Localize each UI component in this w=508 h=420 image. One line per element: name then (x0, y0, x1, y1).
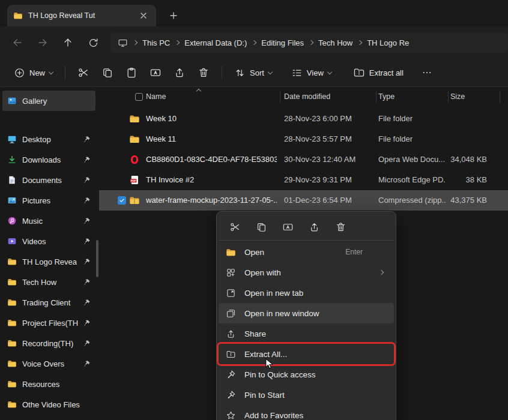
menu-item-open-in-new-tab[interactable]: Open in new tab (219, 283, 394, 303)
sidebar-scrollbar[interactable] (96, 240, 98, 277)
file-row-opera-document[interactable]: CB8860D1-083C-4DE0-AF78-E53803F... 30-No… (99, 149, 508, 170)
breadcrumb-tech-how[interactable]: Tech How (318, 38, 352, 47)
sidebar-item-documents[interactable]: Documents (2, 170, 95, 190)
menu-item-label: Open with (244, 268, 281, 277)
file-name: Week 10 (146, 114, 177, 123)
column-divider[interactable] (500, 91, 500, 103)
menu-item-extract-all[interactable]: Extract All... (219, 344, 394, 364)
menu-item-add-to-favorites[interactable]: Add to Favorites (219, 405, 394, 420)
menu-item-label: Pin to Start (244, 391, 285, 400)
folder-icon (7, 379, 17, 389)
new-button[interactable]: New (8, 63, 58, 83)
sidebar-item-videos[interactable]: Videos (2, 231, 95, 251)
share-button[interactable] (168, 62, 191, 83)
trash-icon (198, 67, 210, 79)
sidebar-item-downloads[interactable]: Downloads (2, 149, 95, 170)
column-header-type[interactable]: Type (378, 92, 395, 101)
sidebar-item-label: Pictures (22, 196, 78, 205)
menu-item-share[interactable]: Share (219, 323, 394, 344)
cut-icon[interactable] (228, 220, 241, 233)
pin-icon (83, 258, 91, 265)
cut-icon (77, 67, 89, 79)
pin-icon (83, 136, 91, 143)
navigation-bar: This PC External Data (D:) Editing Files… (0, 26, 508, 59)
delete-button[interactable] (192, 62, 215, 83)
sidebar-item-label: Recording(TH) (22, 339, 78, 348)
file-size: 38 KB (433, 175, 487, 184)
file-list-header: Name Date modified Type Size (99, 87, 508, 107)
cut-button[interactable] (72, 62, 95, 83)
breadcrumb-editing-files[interactable]: Editing Files (261, 38, 304, 47)
sidebar-item-other-video-files[interactable]: Othe Video Files (2, 394, 95, 415)
folder-icon (7, 318, 17, 328)
extract-all-button[interactable]: Extract all (348, 62, 409, 83)
select-all-checkbox[interactable] (135, 93, 143, 101)
menu-item-open[interactable]: Open Enter (219, 242, 394, 262)
title-bar: TH Logo Reveal Tut (0, 0, 508, 26)
sidebar-item-recording[interactable]: Recording(TH) (2, 333, 95, 353)
trash-icon[interactable] (334, 220, 347, 233)
copy-icon[interactable] (255, 220, 268, 233)
column-header-date[interactable]: Date modified (284, 92, 330, 101)
file-row-week-11[interactable]: Week 11 28-Nov-23 5:57 PM File folder (99, 129, 508, 149)
breadcrumb-th-logo[interactable]: TH Logo Re (367, 38, 409, 47)
breadcrumb-external-data[interactable]: External Data (D:) (184, 38, 247, 47)
back-button[interactable] (7, 32, 28, 53)
sidebar-item-tech-how[interactable]: Tech How (2, 272, 95, 292)
sidebar-item-desktop[interactable]: Desktop (2, 129, 95, 149)
extract-zip-icon (353, 67, 365, 79)
menu-item-label: Add to Favorites (244, 411, 303, 420)
sidebar-item-pictures[interactable]: Pictures (2, 190, 95, 211)
menu-item-pin-to-start[interactable]: Pin to Start (219, 385, 394, 405)
tab-close-icon[interactable] (137, 9, 150, 22)
breadcrumb-this-pc[interactable]: This PC (142, 38, 170, 47)
menu-item-pin-to-quick-access[interactable]: Pin to Quick access (219, 364, 394, 385)
address-bar[interactable]: This PC External Data (D:) Editing Files… (110, 32, 508, 53)
sidebar-item-voice-overs[interactable]: Voice Overs (2, 353, 95, 374)
view-button[interactable]: View (286, 63, 337, 83)
sidebar-item-music[interactable]: Music (2, 211, 95, 231)
copy-button[interactable] (96, 62, 119, 83)
column-divider[interactable] (448, 91, 449, 103)
folder-icon (129, 134, 140, 145)
file-row-th-invoice[interactable]: PDF TH Invoice #2 29-Nov-23 9:31 PM Micr… (99, 170, 508, 190)
more-options-button[interactable] (416, 63, 438, 82)
new-window-icon (225, 308, 237, 319)
opera-icon (129, 154, 140, 165)
sidebar: Gallery Desktop Downloads Documents (0, 87, 99, 420)
music-icon (7, 216, 17, 226)
column-divider[interactable] (376, 91, 376, 103)
pin-icon (83, 278, 91, 286)
column-divider[interactable] (280, 91, 280, 103)
sidebar-item-trading-client[interactable]: Trading Client (2, 292, 95, 313)
share-icon[interactable] (307, 220, 321, 233)
up-button[interactable] (58, 32, 78, 53)
sidebar-item-label: Desktop (22, 135, 78, 144)
new-tab-button[interactable] (167, 9, 180, 22)
context-menu-quick-actions (219, 214, 394, 241)
file-name: Week 11 (146, 134, 176, 143)
sidebar-item-gallery[interactable]: Gallery (2, 91, 95, 111)
refresh-button[interactable] (83, 32, 103, 53)
file-row-water-frame-mockup[interactable]: water-frame-mockup-2023-11-27-05-... 01-… (99, 190, 508, 211)
sidebar-item-th-logo-reveal[interactable]: TH Logo Revea (2, 251, 95, 272)
folder-icon (129, 113, 140, 124)
mouse-cursor (264, 358, 274, 370)
view-icon (291, 67, 303, 79)
rename-icon[interactable] (281, 220, 294, 233)
window-tab[interactable]: TH Logo Reveal Tut (7, 5, 156, 26)
sidebar-item-project-files[interactable]: Project Files(TH (2, 313, 95, 333)
forward-button[interactable] (32, 32, 53, 53)
context-menu: Open Enter Open with Open in new tab Ope… (216, 211, 396, 420)
paste-button[interactable] (120, 62, 143, 83)
row-checkbox-checked[interactable] (118, 196, 126, 205)
rename-button[interactable] (144, 62, 167, 83)
file-row-week-10[interactable]: Week 10 28-Nov-23 6:00 PM File folder (99, 109, 508, 129)
menu-item-open-in-new-window[interactable]: Open in new window (219, 303, 394, 323)
zip-folder-icon (129, 195, 140, 206)
column-header-size[interactable]: Size (450, 92, 465, 101)
menu-item-open-with[interactable]: Open with (219, 262, 394, 283)
sort-button[interactable]: Sort (229, 63, 277, 83)
column-header-name[interactable]: Name (146, 92, 166, 101)
sidebar-item-resources[interactable]: Resources (2, 374, 95, 394)
